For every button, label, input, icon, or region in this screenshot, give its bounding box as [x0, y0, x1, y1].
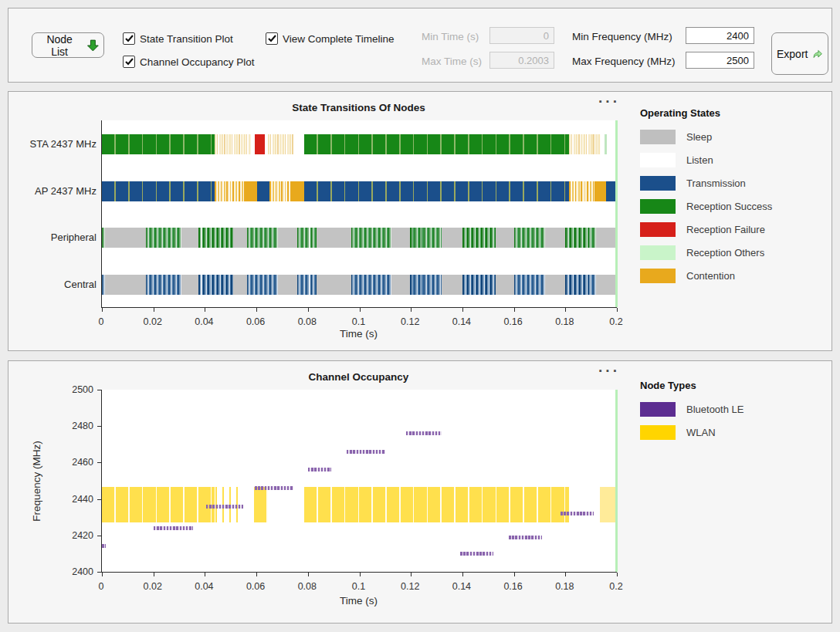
bluetooth-le-segment	[406, 431, 442, 435]
y-tick-label: 2480	[56, 421, 93, 431]
legend-swatch	[640, 176, 676, 191]
x-tick-mark	[617, 308, 618, 312]
min-time-input	[489, 27, 554, 44]
y-tick-mark	[97, 462, 101, 463]
x-tick-mark	[308, 573, 309, 576]
x-tick-label: 0.06	[246, 581, 265, 592]
state-segment-burst-blue	[514, 275, 545, 295]
state-segment-blocks-blue	[257, 181, 270, 201]
state-segment-burst-blue	[462, 275, 496, 295]
checkbox-checked-icon	[123, 56, 135, 68]
x-tick-label: 0.2	[609, 316, 622, 327]
legend-swatch	[640, 199, 676, 214]
y-tick-label: 2420	[56, 530, 93, 541]
state-segment-contention	[244, 181, 256, 201]
legend-label: WLAN	[686, 427, 716, 438]
x-tick-label: 0.04	[195, 581, 213, 592]
x-tick-mark	[565, 308, 566, 312]
x-tick-mark	[205, 308, 205, 312]
legend-entry: Reception Failure	[640, 218, 772, 241]
checkbox-label: View Complete Timeline	[283, 33, 395, 45]
x-tick-label: 0.12	[401, 316, 419, 327]
y-tick-mark	[97, 499, 101, 500]
legend-entry: WLAN	[640, 421, 743, 444]
legend-label: Sleep	[686, 131, 712, 143]
timeline-cursor	[615, 120, 618, 307]
legend-swatch	[640, 153, 676, 167]
y-tick-mark	[97, 390, 101, 390]
x-tick-label: 0.06	[246, 316, 265, 327]
x-tick-mark	[154, 573, 154, 576]
legend-label: Reception Success	[686, 201, 772, 212]
x-tick-label: 0.16	[503, 581, 522, 592]
state-segment-stripes-gold	[269, 181, 290, 201]
max-frequency-label: Max Frequency (MHz)	[572, 56, 676, 67]
x-tick-mark	[411, 308, 412, 312]
x-tick-mark	[617, 573, 618, 576]
legend-label: Listen	[686, 154, 713, 166]
channel-occupancy-panel: Channel Occupancy ··· 00.020.040.060.080…	[8, 360, 832, 624]
min-frequency-input[interactable]	[686, 27, 754, 44]
state-segment-stripes-gold	[215, 181, 245, 201]
x-tick-mark	[154, 308, 154, 312]
state-transitions-panel: State Transitions Of Nodes ··· STA 2437 …	[8, 91, 832, 351]
max-frequency-input[interactable]	[686, 52, 754, 69]
node-list-label: Node List	[37, 33, 82, 58]
occupancy-x-axis: 00.020.040.060.080.10.120.140.160.180.2	[101, 578, 616, 592]
app-window: Node List State Transition Plot Channel …	[0, 0, 840, 632]
occupancy-chart-options-icon[interactable]: ···	[586, 363, 632, 380]
export-button[interactable]: Export	[771, 32, 828, 75]
operating-states-legend: Operating States SleepListenTransmission…	[640, 107, 772, 287]
x-tick-mark	[411, 573, 412, 576]
checkbox-checked-icon	[266, 32, 278, 45]
state-x-axis-label: Time (s)	[101, 328, 616, 340]
state-segment-burst-blue	[102, 275, 105, 295]
state-segment-blocks-green	[304, 134, 568, 154]
state-segment-burst-green	[410, 228, 442, 248]
x-tick-label: 0.1	[352, 581, 365, 592]
state-segment-blocks-blue	[304, 181, 568, 201]
x-tick-label: 0.02	[144, 581, 162, 592]
state-chart-title: State Transitions Of Nodes	[101, 102, 616, 113]
state-segment-burst-blue	[247, 275, 278, 295]
checkbox-view-complete-timeline[interactable]: View Complete Timeline	[266, 32, 395, 45]
legend-swatch	[640, 402, 676, 417]
state-segment-contention	[290, 181, 305, 201]
occupancy-x-axis-label: Time (s)	[101, 595, 616, 607]
x-tick-label: 0.14	[452, 581, 471, 592]
wlan-segment	[304, 487, 568, 522]
x-tick-label: 0.14	[452, 316, 471, 327]
state-chart-options-icon[interactable]: ···	[586, 93, 632, 110]
bluetooth-le-segment	[206, 505, 243, 509]
x-tick-label: 0.08	[298, 316, 317, 327]
x-tick-mark	[514, 308, 515, 312]
legend-title: Node Types	[640, 380, 743, 391]
export-icon	[813, 47, 823, 61]
node-row-label: STA 2437 MHz	[30, 138, 97, 150]
x-tick-mark	[360, 308, 361, 312]
legend-entry: Contention	[640, 264, 772, 287]
state-plot-area[interactable]	[101, 120, 617, 308]
x-tick-label: 0.08	[298, 581, 317, 592]
node-row-label: AP 2437 MHz	[35, 185, 97, 197]
legend-swatch	[640, 245, 676, 260]
occupancy-plot-area[interactable]	[101, 390, 617, 573]
y-tick-mark	[97, 536, 101, 536]
checkbox-state-transition-plot[interactable]: State Transition Plot	[123, 32, 233, 45]
x-tick-mark	[360, 573, 361, 576]
state-segment-burst-blue	[198, 275, 233, 295]
state-segment-burst-blue	[351, 275, 391, 295]
y-tick-label: 2500	[56, 384, 93, 395]
legend-title: Operating States	[640, 107, 772, 119]
occupancy-y-axis-label: Frequency (MHz)	[31, 420, 42, 543]
max-time-label: Max Time (s)	[422, 56, 482, 67]
checkbox-channel-occupancy-plot[interactable]: Channel Occupancy Plot	[123, 56, 255, 68]
x-tick-label: 0.18	[555, 316, 574, 327]
y-tick-label: 2400	[56, 566, 93, 577]
node-list-button[interactable]: Node List	[32, 32, 104, 58]
bluetooth-le-segment	[347, 450, 385, 454]
x-tick-label: 0.02	[144, 316, 162, 327]
state-segment-blocks-blue	[102, 181, 215, 201]
min-time-label: Min Time (s)	[422, 31, 479, 42]
x-tick-mark	[308, 308, 309, 312]
